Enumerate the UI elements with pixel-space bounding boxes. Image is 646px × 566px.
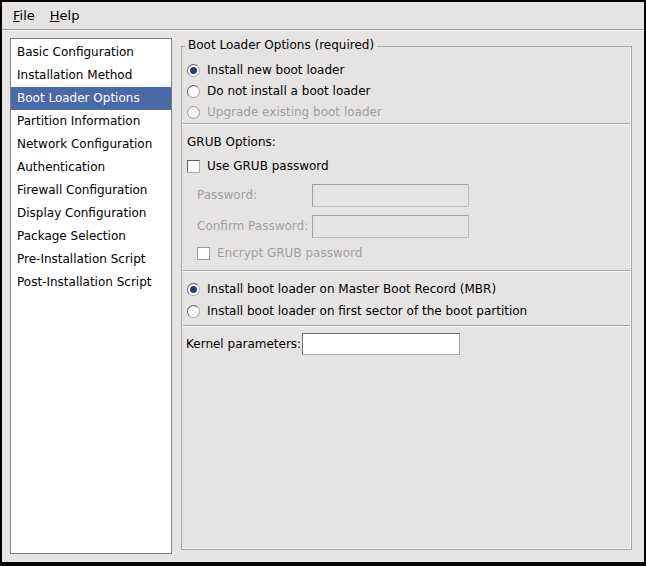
sidebar-item-pre-installation-script[interactable]: Pre-Installation Script — [11, 248, 171, 271]
checkbox-icon — [187, 160, 200, 173]
confirm-password-label: Confirm Password: — [197, 219, 308, 233]
sidebar-item-partition-information[interactable]: Partition Information — [11, 110, 171, 133]
menu-help-accel: H — [50, 8, 60, 23]
radio-label: Do not install a boot loader — [207, 84, 371, 98]
sidebar-item-display-configuration[interactable]: Display Configuration — [11, 202, 171, 225]
sidebar-item-basic-configuration[interactable]: Basic Configuration — [11, 41, 171, 64]
checkbox-label: Encrypt GRUB password — [217, 246, 362, 260]
sidebar-item-installation-method[interactable]: Installation Method — [11, 64, 171, 87]
radio-button-icon — [187, 85, 200, 98]
radio-label: Upgrade existing boot loader — [207, 105, 382, 119]
menu-help-rest: elp — [60, 8, 80, 23]
separator — [183, 123, 630, 124]
checkbox-icon — [197, 247, 210, 260]
boot-loader-options-frame: Boot Loader Options (required) Install n… — [181, 46, 632, 550]
radio-do-not-install-boot-loader[interactable]: Do not install a boot loader — [187, 82, 371, 100]
separator — [183, 270, 630, 271]
sidebar-item-authentication[interactable]: Authentication — [11, 156, 171, 179]
menu-file-rest: ile — [20, 8, 35, 23]
radio-install-on-mbr[interactable]: Install boot loader on Master Boot Recor… — [187, 280, 496, 298]
category-list: Basic Configuration Installation Method … — [10, 38, 172, 554]
radio-label: Install new boot loader — [207, 63, 344, 77]
checkbox-label: Use GRUB password — [207, 159, 329, 173]
sidebar-item-package-selection[interactable]: Package Selection — [11, 225, 171, 248]
radio-button-icon — [187, 64, 200, 77]
menu-bar: File Help — [2, 2, 644, 30]
sidebar-item-network-configuration[interactable]: Network Configuration — [11, 133, 171, 156]
checkbox-encrypt-grub-password: Encrypt GRUB password — [197, 244, 362, 262]
radio-install-on-first-sector[interactable]: Install boot loader on first sector of t… — [187, 302, 527, 320]
radio-label: Install boot loader on first sector of t… — [207, 304, 527, 318]
kickstart-configurator-window: File Help Basic Configuration Installati… — [0, 0, 646, 566]
checkbox-use-grub-password[interactable]: Use GRUB password — [187, 157, 329, 175]
radio-label: Install boot loader on Master Boot Recor… — [207, 282, 496, 296]
menu-help[interactable]: Help — [47, 6, 83, 25]
password-field — [312, 184, 469, 207]
frame-title: Boot Loader Options (required) — [185, 38, 377, 52]
sidebar-item-post-installation-script[interactable]: Post-Installation Script — [11, 271, 171, 294]
radio-button-icon — [187, 283, 200, 296]
menu-file[interactable]: File — [10, 6, 38, 25]
sidebar-item-firewall-configuration[interactable]: Firewall Configuration — [11, 179, 171, 202]
radio-button-icon — [187, 106, 200, 119]
sidebar-item-boot-loader-options[interactable]: Boot Loader Options — [11, 87, 171, 110]
kernel-parameters-label: Kernel parameters: — [186, 337, 301, 351]
password-label: Password: — [197, 188, 257, 202]
grub-options-label: GRUB Options: — [187, 135, 276, 149]
radio-install-new-boot-loader[interactable]: Install new boot loader — [187, 61, 344, 79]
separator — [183, 325, 630, 326]
radio-upgrade-existing-boot-loader: Upgrade existing boot loader — [187, 103, 382, 121]
confirm-password-field — [312, 215, 469, 238]
radio-button-icon — [187, 305, 200, 318]
kernel-parameters-field[interactable] — [302, 333, 460, 355]
